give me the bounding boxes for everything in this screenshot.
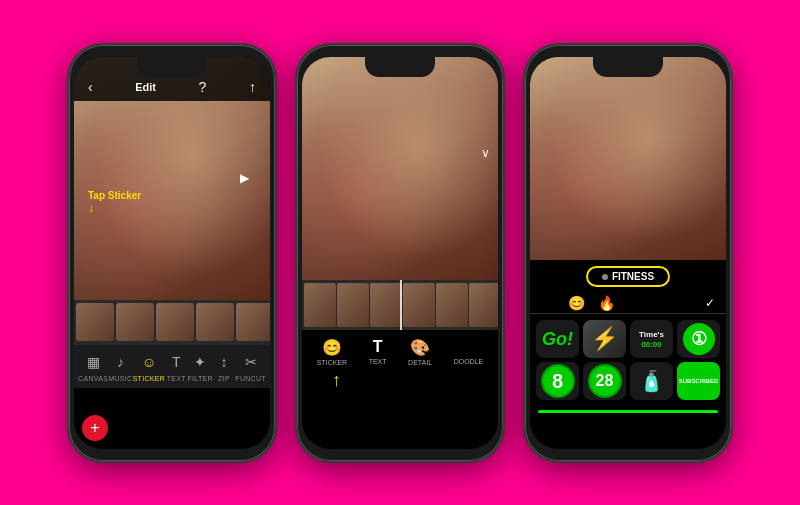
phone1-timeline[interactable]: [74, 300, 270, 345]
emoji-icon[interactable]: 😊: [568, 295, 585, 311]
filter-label: FILTER: [188, 375, 213, 382]
phone1-video-preview: ‹ Edit ? ↑ Tap Sticker ↓ ▶: [74, 57, 270, 300]
music-icon: ♪: [109, 351, 131, 373]
timeline-thumb: [403, 283, 435, 327]
music-label: MUSIC: [108, 375, 132, 382]
circle1-sticker[interactable]: ①: [677, 320, 720, 358]
timer-icon[interactable]: ⏱: [628, 295, 642, 311]
share-icon[interactable]: ↑: [249, 79, 256, 95]
heart-icon[interactable]: ❤: [655, 295, 667, 311]
subscribed-sticker[interactable]: SUBSCRIBED: [677, 362, 720, 400]
power-button[interactable]: [731, 145, 733, 195]
twentyeight-sticker[interactable]: 28: [583, 362, 626, 400]
bottle-sticker[interactable]: 🧴: [630, 362, 673, 400]
notch: [593, 57, 663, 77]
sticker-grid: Go! ⚡ Time's 00:00 ①: [530, 314, 726, 406]
edit-title: Edit: [135, 81, 156, 93]
volume-up-button[interactable]: [523, 125, 525, 153]
doodle-label: DOODLE: [454, 358, 484, 365]
info-icon[interactable]: ?: [199, 79, 207, 95]
bag-icon[interactable]: 🛍: [541, 295, 555, 311]
canvas-tool[interactable]: ▦ CANVAS: [78, 351, 108, 382]
volume-down-button[interactable]: [295, 160, 297, 188]
zip-icon: ↕: [213, 351, 235, 373]
phone2-video-preview: ▶ ✓ ∨: [302, 57, 498, 280]
scissors-icon[interactable]: ✂: [680, 295, 692, 311]
phone3-screen: FITNESS 🛍 😊 🔥 ⏱ ❤ ✂ ✓ Go!: [530, 57, 726, 449]
power-button[interactable]: [503, 145, 505, 195]
holo-label: ⚡: [591, 326, 618, 352]
scrubber-line: [400, 280, 402, 330]
phone2-screen: ▶ ✓ ∨: [302, 57, 498, 449]
detail-tool[interactable]: 🎨 DETAIL: [408, 338, 432, 366]
canvas-label: CANVAS: [78, 375, 108, 382]
check-icon[interactable]: ✓: [705, 296, 715, 310]
bottle-icon: 🧴: [639, 369, 664, 393]
funcut-tool[interactable]: ✂ FUNCUT: [235, 351, 266, 382]
sticker-tool[interactable]: ☺ STICKER: [133, 351, 165, 382]
tap-sticker-label: Tap Sticker ↓: [88, 190, 141, 215]
fire-icon[interactable]: 🔥: [598, 295, 615, 311]
go-label: Go!: [542, 329, 573, 350]
sticker-icon: ☺: [138, 351, 160, 373]
music-tool[interactable]: ♪ MUSIC: [108, 351, 132, 382]
phone3-video-preview: [530, 57, 726, 261]
times-count: 00:00: [641, 340, 661, 349]
zip-tool[interactable]: ↕ ZIP: [213, 351, 235, 382]
up-arrow-icon: ↑: [332, 370, 341, 391]
sticker-label: STICKER: [317, 359, 347, 366]
number-28-badge: 28: [588, 364, 622, 398]
fitness-search-bar[interactable]: FITNESS: [530, 260, 726, 293]
detail-label: DETAIL: [408, 359, 432, 366]
eight-sticker[interactable]: 8: [536, 362, 579, 400]
up-arrow-indicator: ↑: [302, 370, 498, 391]
notch: [137, 57, 207, 77]
power-button[interactable]: [275, 145, 277, 195]
filter-icon: ✦: [189, 351, 211, 373]
phone-2: ▶ ✓ ∨: [295, 43, 505, 463]
play-button[interactable]: ▶: [234, 168, 254, 188]
sticker-emoji-icon: 😊: [322, 338, 342, 357]
fitness-pill[interactable]: FITNESS: [586, 266, 670, 287]
go-sticker[interactable]: Go!: [536, 320, 579, 358]
doodle-icon: 🖊: [460, 338, 476, 356]
green-bottom-line: [538, 410, 718, 413]
text-icon: T: [373, 338, 383, 356]
text-tool[interactable]: T TEXT: [369, 338, 387, 365]
fitness-dot: [602, 274, 608, 280]
timeline-thumb: [156, 303, 194, 341]
doodle-tool[interactable]: 🖊 DOODLE: [454, 338, 484, 365]
filter-tool[interactable]: ✦ FILTER: [188, 351, 213, 382]
subscribed-label: SUBSCRIBED: [679, 378, 719, 384]
timeline-thumb: [236, 303, 270, 341]
times-text: Time's: [639, 330, 664, 339]
volume-down-button[interactable]: [523, 160, 525, 188]
add-button[interactable]: +: [82, 415, 108, 441]
timeline-thumb: [370, 283, 402, 327]
text-icon: T: [165, 351, 187, 373]
timeline-thumb: [116, 303, 154, 341]
timeline-thumb: [469, 283, 498, 327]
phones-container: ‹ Edit ? ↑ Tap Sticker ↓ ▶: [49, 25, 751, 481]
volume-down-button[interactable]: [67, 160, 69, 188]
phone-3: FITNESS 🛍 😊 🔥 ⏱ ❤ ✂ ✓ Go!: [523, 43, 733, 463]
number-1-badge: ①: [683, 323, 715, 355]
number-8-badge: 8: [541, 364, 575, 398]
phone2-timeline[interactable]: [302, 280, 498, 330]
sticker-label: STICKER: [133, 375, 165, 382]
category-icons-row: 🛍 😊 🔥 ⏱ ❤ ✂ ✓: [530, 293, 726, 314]
text-tool[interactable]: T TEXT: [165, 351, 187, 382]
volume-up-button[interactable]: [295, 125, 297, 153]
sticker-tool[interactable]: 😊 STICKER: [317, 338, 347, 366]
chevron-down-icon[interactable]: ∨: [481, 146, 490, 160]
fitness-label: FITNESS: [612, 271, 654, 282]
down-arrow-icon: ↓: [88, 201, 141, 215]
timeline-thumb: [337, 283, 369, 327]
holo-sticker[interactable]: ⚡: [583, 320, 626, 358]
times-sticker[interactable]: Time's 00:00: [630, 320, 673, 358]
back-icon[interactable]: ‹: [88, 79, 93, 95]
volume-up-button[interactable]: [67, 125, 69, 153]
funcut-label: FUNCUT: [235, 375, 266, 382]
text-label: TEXT: [167, 375, 186, 382]
zip-label: ZIP: [218, 375, 230, 382]
